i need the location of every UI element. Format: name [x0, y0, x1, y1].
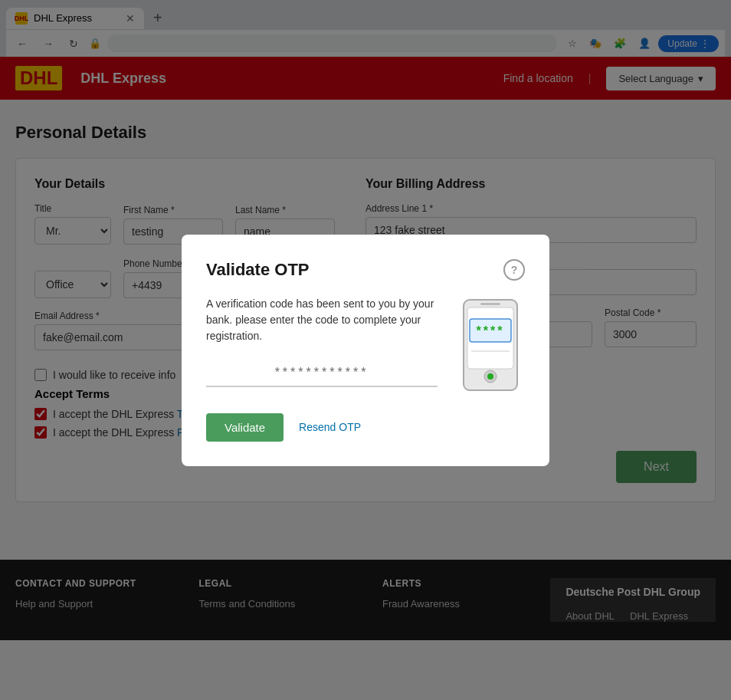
modal-body: A verification code has been sent to you…	[206, 296, 525, 398]
otp-input[interactable]	[206, 360, 438, 387]
svg-point-6	[487, 373, 493, 380]
phone-graphic: ****	[456, 296, 525, 398]
resend-otp-link[interactable]: Resend OTP	[299, 421, 361, 433]
modal-title: Validate OTP	[206, 260, 310, 280]
validate-otp-modal: Validate OTP ? A verification code has b…	[182, 235, 549, 466]
modal-footer: Validate Resend OTP	[206, 413, 525, 442]
modal-text-section: A verification code has been sent to you…	[206, 296, 438, 387]
svg-text:****: ****	[477, 324, 505, 337]
modal-description: A verification code has been sent to you…	[206, 296, 438, 344]
svg-rect-7	[480, 303, 500, 305]
phone-svg: ****	[456, 296, 525, 396]
validate-button[interactable]: Validate	[206, 413, 284, 442]
modal-overlay: Validate OTP ? A verification code has b…	[0, 0, 731, 640]
modal-header: Validate OTP ?	[206, 259, 525, 281]
modal-help-icon[interactable]: ?	[503, 259, 525, 281]
